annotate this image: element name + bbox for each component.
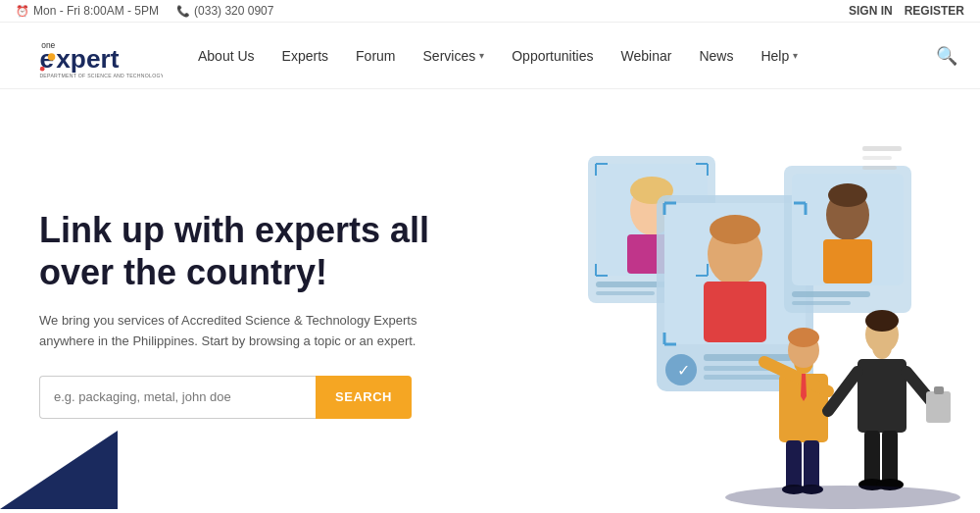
svg-rect-53 — [926, 391, 951, 423]
hero-description: We bring you services of Accredited Scie… — [39, 311, 451, 352]
svg-rect-12 — [596, 291, 655, 295]
svg-point-36 — [788, 328, 819, 347]
navbar: one e xpert DEPARTMENT OF SCIENCE AND TE… — [0, 23, 980, 89]
nav-news[interactable]: News — [687, 40, 745, 72]
search-submit-button[interactable]: SEARCH — [316, 376, 412, 419]
hours-item: ⏰ Mon - Fri 8:00AM - 5PM — [16, 4, 159, 18]
svg-point-46 — [865, 310, 899, 332]
svg-rect-31 — [862, 156, 892, 160]
hero-left: Link up with experts all over the countr… — [39, 209, 510, 419]
topbar-left: ⏰ Mon - Fri 8:00AM - 5PM 📞 (033) 320 090… — [16, 4, 273, 18]
logo[interactable]: one e xpert DEPARTMENT OF SCIENCE AND TE… — [16, 32, 163, 79]
clock-icon: ⏰ — [16, 5, 29, 18]
svg-point-26 — [828, 183, 867, 207]
services-dropdown-icon: ▾ — [479, 50, 484, 61]
svg-point-55 — [725, 486, 960, 509]
phone-icon: 📞 — [176, 5, 190, 18]
svg-point-16 — [710, 215, 760, 244]
nav-links: About Us Experts Forum Services ▾ Opport… — [186, 40, 929, 72]
svg-point-4 — [40, 66, 45, 71]
nav-about-us[interactable]: About Us — [186, 40, 267, 72]
search-bar: SEARCH — [39, 376, 412, 419]
logo-svg: one e xpert DEPARTMENT OF SCIENCE AND TE… — [16, 32, 163, 79]
register-link[interactable]: REGISTER — [905, 4, 964, 18]
svg-text:DEPARTMENT OF SCIENCE AND TECH: DEPARTMENT OF SCIENCE AND TECHNOLOGY — [39, 72, 163, 77]
nav-forum[interactable]: Forum — [344, 40, 407, 72]
nav-services[interactable]: Services ▾ — [412, 40, 497, 72]
svg-rect-54 — [934, 386, 944, 394]
help-dropdown-icon: ▾ — [793, 50, 798, 61]
bottom-triangle — [0, 431, 118, 509]
svg-rect-38 — [804, 440, 819, 489]
svg-text:xpert: xpert — [56, 44, 119, 74]
svg-rect-30 — [862, 146, 902, 151]
nav-experts[interactable]: Experts — [270, 40, 340, 72]
svg-rect-28 — [792, 291, 870, 297]
svg-rect-48 — [882, 431, 898, 485]
svg-rect-37 — [786, 440, 802, 489]
svg-rect-22 — [704, 375, 782, 380]
sign-in-link[interactable]: SIGN IN — [849, 4, 893, 18]
nav-webinar[interactable]: Webinar — [609, 40, 683, 72]
svg-text:✓: ✓ — [677, 362, 690, 379]
topbar: ⏰ Mon - Fri 8:00AM - 5PM 📞 (033) 320 090… — [0, 0, 980, 23]
search-input[interactable] — [39, 376, 316, 419]
nav-help[interactable]: Help ▾ — [749, 40, 809, 72]
phone-item: 📞 (033) 320 0907 — [176, 4, 273, 18]
svg-rect-32 — [862, 166, 897, 170]
svg-rect-44 — [858, 359, 906, 433]
topbar-right: SIGN IN REGISTER — [849, 4, 964, 18]
search-button-nav[interactable]: 🔍 — [929, 38, 964, 74]
svg-point-2 — [48, 53, 56, 61]
hours-text: Mon - Fri 8:00AM - 5PM — [33, 4, 159, 18]
hero-title: Link up with experts all over the countr… — [39, 209, 490, 293]
nav-opportunities[interactable]: Opportunities — [500, 40, 605, 72]
phone-text: (033) 320 0907 — [194, 4, 273, 18]
search-icon: 🔍 — [936, 45, 957, 67]
svg-rect-27 — [823, 239, 872, 283]
hero-illustration: ✓ — [490, 136, 960, 509]
svg-rect-47 — [864, 431, 880, 485]
svg-rect-17 — [704, 282, 766, 342]
hero-section: Link up with experts all over the countr… — [0, 89, 980, 509]
svg-marker-42 — [801, 374, 807, 401]
svg-rect-29 — [792, 301, 851, 305]
svg-rect-20 — [704, 354, 792, 361]
hero-right: ✓ — [510, 119, 941, 509]
